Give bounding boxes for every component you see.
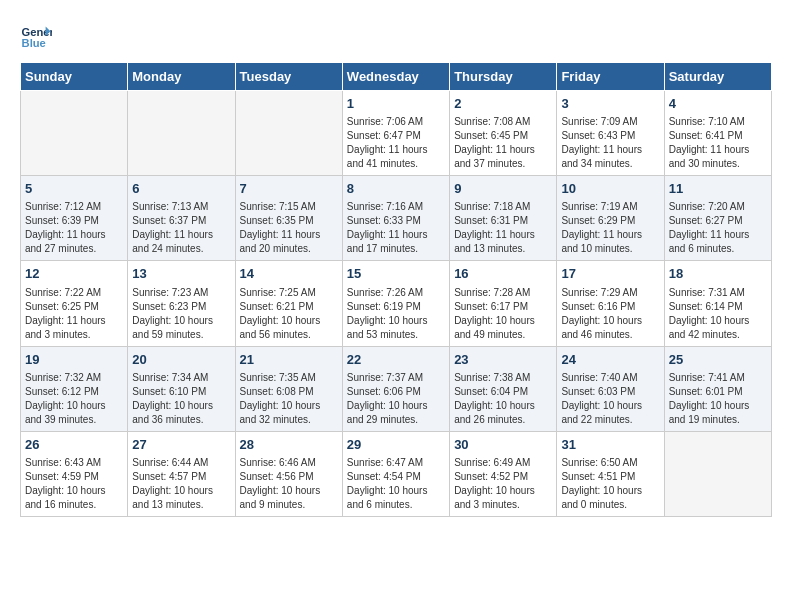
day-number: 23 bbox=[454, 351, 552, 369]
weekday-header-sunday: Sunday bbox=[21, 63, 128, 91]
calendar-cell: 10Sunrise: 7:19 AM Sunset: 6:29 PM Dayli… bbox=[557, 176, 664, 261]
day-info: Sunrise: 6:50 AM Sunset: 4:51 PM Dayligh… bbox=[561, 456, 659, 512]
day-info: Sunrise: 7:35 AM Sunset: 6:08 PM Dayligh… bbox=[240, 371, 338, 427]
day-info: Sunrise: 7:10 AM Sunset: 6:41 PM Dayligh… bbox=[669, 115, 767, 171]
calendar-cell: 4Sunrise: 7:10 AM Sunset: 6:41 PM Daylig… bbox=[664, 91, 771, 176]
day-info: Sunrise: 7:08 AM Sunset: 6:45 PM Dayligh… bbox=[454, 115, 552, 171]
calendar-cell: 22Sunrise: 7:37 AM Sunset: 6:06 PM Dayli… bbox=[342, 346, 449, 431]
logo: General Blue bbox=[20, 20, 52, 52]
page-header: General Blue bbox=[20, 20, 772, 52]
day-number: 11 bbox=[669, 180, 767, 198]
day-number: 25 bbox=[669, 351, 767, 369]
day-number: 28 bbox=[240, 436, 338, 454]
calendar-cell: 9Sunrise: 7:18 AM Sunset: 6:31 PM Daylig… bbox=[450, 176, 557, 261]
calendar-cell: 6Sunrise: 7:13 AM Sunset: 6:37 PM Daylig… bbox=[128, 176, 235, 261]
day-info: Sunrise: 7:40 AM Sunset: 6:03 PM Dayligh… bbox=[561, 371, 659, 427]
day-info: Sunrise: 7:37 AM Sunset: 6:06 PM Dayligh… bbox=[347, 371, 445, 427]
calendar-cell: 18Sunrise: 7:31 AM Sunset: 6:14 PM Dayli… bbox=[664, 261, 771, 346]
calendar-cell: 5Sunrise: 7:12 AM Sunset: 6:39 PM Daylig… bbox=[21, 176, 128, 261]
day-number: 22 bbox=[347, 351, 445, 369]
calendar-cell: 25Sunrise: 7:41 AM Sunset: 6:01 PM Dayli… bbox=[664, 346, 771, 431]
calendar-cell: 17Sunrise: 7:29 AM Sunset: 6:16 PM Dayli… bbox=[557, 261, 664, 346]
weekday-header-row: SundayMondayTuesdayWednesdayThursdayFrid… bbox=[21, 63, 772, 91]
weekday-header-friday: Friday bbox=[557, 63, 664, 91]
day-number: 8 bbox=[347, 180, 445, 198]
calendar-cell: 29Sunrise: 6:47 AM Sunset: 4:54 PM Dayli… bbox=[342, 431, 449, 516]
day-info: Sunrise: 7:15 AM Sunset: 6:35 PM Dayligh… bbox=[240, 200, 338, 256]
weekday-header-saturday: Saturday bbox=[664, 63, 771, 91]
day-info: Sunrise: 7:12 AM Sunset: 6:39 PM Dayligh… bbox=[25, 200, 123, 256]
day-info: Sunrise: 7:16 AM Sunset: 6:33 PM Dayligh… bbox=[347, 200, 445, 256]
calendar-cell: 26Sunrise: 6:43 AM Sunset: 4:59 PM Dayli… bbox=[21, 431, 128, 516]
calendar-cell: 11Sunrise: 7:20 AM Sunset: 6:27 PM Dayli… bbox=[664, 176, 771, 261]
day-number: 27 bbox=[132, 436, 230, 454]
calendar-week-row: 12Sunrise: 7:22 AM Sunset: 6:25 PM Dayli… bbox=[21, 261, 772, 346]
day-number: 6 bbox=[132, 180, 230, 198]
day-number: 20 bbox=[132, 351, 230, 369]
calendar-cell: 2Sunrise: 7:08 AM Sunset: 6:45 PM Daylig… bbox=[450, 91, 557, 176]
day-number: 21 bbox=[240, 351, 338, 369]
calendar-cell: 28Sunrise: 6:46 AM Sunset: 4:56 PM Dayli… bbox=[235, 431, 342, 516]
day-number: 7 bbox=[240, 180, 338, 198]
day-info: Sunrise: 6:44 AM Sunset: 4:57 PM Dayligh… bbox=[132, 456, 230, 512]
weekday-header-monday: Monday bbox=[128, 63, 235, 91]
calendar-cell: 8Sunrise: 7:16 AM Sunset: 6:33 PM Daylig… bbox=[342, 176, 449, 261]
day-info: Sunrise: 7:32 AM Sunset: 6:12 PM Dayligh… bbox=[25, 371, 123, 427]
day-number: 9 bbox=[454, 180, 552, 198]
day-number: 19 bbox=[25, 351, 123, 369]
day-info: Sunrise: 7:19 AM Sunset: 6:29 PM Dayligh… bbox=[561, 200, 659, 256]
day-number: 15 bbox=[347, 265, 445, 283]
day-number: 13 bbox=[132, 265, 230, 283]
day-number: 31 bbox=[561, 436, 659, 454]
day-info: Sunrise: 7:06 AM Sunset: 6:47 PM Dayligh… bbox=[347, 115, 445, 171]
calendar-cell bbox=[235, 91, 342, 176]
calendar-table: SundayMondayTuesdayWednesdayThursdayFrid… bbox=[20, 62, 772, 517]
weekday-header-tuesday: Tuesday bbox=[235, 63, 342, 91]
calendar-cell: 13Sunrise: 7:23 AM Sunset: 6:23 PM Dayli… bbox=[128, 261, 235, 346]
calendar-cell: 3Sunrise: 7:09 AM Sunset: 6:43 PM Daylig… bbox=[557, 91, 664, 176]
day-number: 16 bbox=[454, 265, 552, 283]
day-info: Sunrise: 7:29 AM Sunset: 6:16 PM Dayligh… bbox=[561, 286, 659, 342]
day-info: Sunrise: 7:25 AM Sunset: 6:21 PM Dayligh… bbox=[240, 286, 338, 342]
day-number: 14 bbox=[240, 265, 338, 283]
calendar-week-row: 26Sunrise: 6:43 AM Sunset: 4:59 PM Dayli… bbox=[21, 431, 772, 516]
calendar-cell: 19Sunrise: 7:32 AM Sunset: 6:12 PM Dayli… bbox=[21, 346, 128, 431]
calendar-cell bbox=[664, 431, 771, 516]
calendar-cell: 16Sunrise: 7:28 AM Sunset: 6:17 PM Dayli… bbox=[450, 261, 557, 346]
calendar-cell: 15Sunrise: 7:26 AM Sunset: 6:19 PM Dayli… bbox=[342, 261, 449, 346]
day-info: Sunrise: 7:18 AM Sunset: 6:31 PM Dayligh… bbox=[454, 200, 552, 256]
calendar-cell: 23Sunrise: 7:38 AM Sunset: 6:04 PM Dayli… bbox=[450, 346, 557, 431]
day-info: Sunrise: 6:47 AM Sunset: 4:54 PM Dayligh… bbox=[347, 456, 445, 512]
day-info: Sunrise: 7:28 AM Sunset: 6:17 PM Dayligh… bbox=[454, 286, 552, 342]
calendar-cell: 21Sunrise: 7:35 AM Sunset: 6:08 PM Dayli… bbox=[235, 346, 342, 431]
calendar-cell: 12Sunrise: 7:22 AM Sunset: 6:25 PM Dayli… bbox=[21, 261, 128, 346]
day-info: Sunrise: 7:26 AM Sunset: 6:19 PM Dayligh… bbox=[347, 286, 445, 342]
day-number: 26 bbox=[25, 436, 123, 454]
day-number: 17 bbox=[561, 265, 659, 283]
day-info: Sunrise: 6:49 AM Sunset: 4:52 PM Dayligh… bbox=[454, 456, 552, 512]
day-info: Sunrise: 6:46 AM Sunset: 4:56 PM Dayligh… bbox=[240, 456, 338, 512]
calendar-cell: 30Sunrise: 6:49 AM Sunset: 4:52 PM Dayli… bbox=[450, 431, 557, 516]
calendar-cell: 1Sunrise: 7:06 AM Sunset: 6:47 PM Daylig… bbox=[342, 91, 449, 176]
day-info: Sunrise: 7:31 AM Sunset: 6:14 PM Dayligh… bbox=[669, 286, 767, 342]
day-info: Sunrise: 7:13 AM Sunset: 6:37 PM Dayligh… bbox=[132, 200, 230, 256]
day-info: Sunrise: 7:41 AM Sunset: 6:01 PM Dayligh… bbox=[669, 371, 767, 427]
day-number: 18 bbox=[669, 265, 767, 283]
calendar-cell: 27Sunrise: 6:44 AM Sunset: 4:57 PM Dayli… bbox=[128, 431, 235, 516]
day-number: 29 bbox=[347, 436, 445, 454]
day-info: Sunrise: 6:43 AM Sunset: 4:59 PM Dayligh… bbox=[25, 456, 123, 512]
day-number: 5 bbox=[25, 180, 123, 198]
day-number: 2 bbox=[454, 95, 552, 113]
calendar-cell: 14Sunrise: 7:25 AM Sunset: 6:21 PM Dayli… bbox=[235, 261, 342, 346]
day-number: 12 bbox=[25, 265, 123, 283]
calendar-week-row: 5Sunrise: 7:12 AM Sunset: 6:39 PM Daylig… bbox=[21, 176, 772, 261]
weekday-header-wednesday: Wednesday bbox=[342, 63, 449, 91]
calendar-cell: 7Sunrise: 7:15 AM Sunset: 6:35 PM Daylig… bbox=[235, 176, 342, 261]
day-info: Sunrise: 7:23 AM Sunset: 6:23 PM Dayligh… bbox=[132, 286, 230, 342]
day-info: Sunrise: 7:09 AM Sunset: 6:43 PM Dayligh… bbox=[561, 115, 659, 171]
calendar-cell: 20Sunrise: 7:34 AM Sunset: 6:10 PM Dayli… bbox=[128, 346, 235, 431]
day-number: 1 bbox=[347, 95, 445, 113]
day-number: 10 bbox=[561, 180, 659, 198]
day-info: Sunrise: 7:22 AM Sunset: 6:25 PM Dayligh… bbox=[25, 286, 123, 342]
weekday-header-thursday: Thursday bbox=[450, 63, 557, 91]
